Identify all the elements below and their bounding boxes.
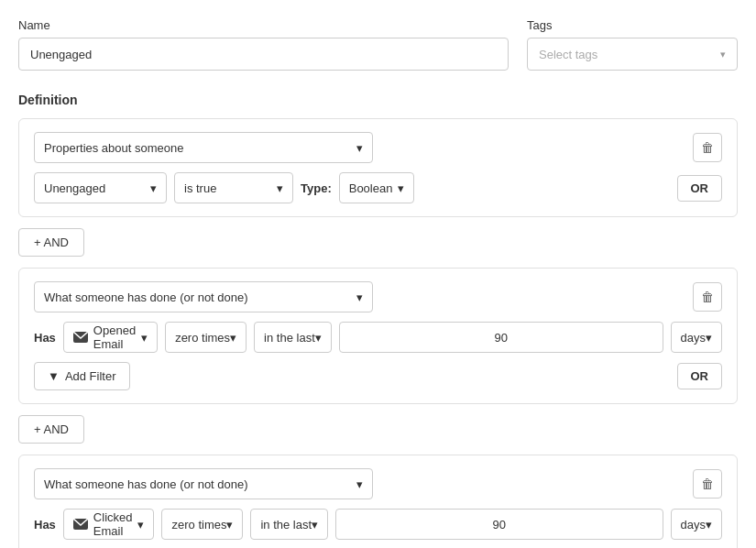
property-name-value: Unengaged	[44, 181, 105, 195]
action-type-value-2: What someone has done (or not done)	[44, 290, 248, 304]
trash-icon-3: 🗑	[701, 477, 714, 491]
definition-block-1: Properties about someone ▾ 🗑 Unengaged ▾…	[18, 118, 738, 217]
filter-icon-2: ▼	[48, 369, 60, 383]
definition-block-3: What someone has done (or not done) ▾ 🗑 …	[18, 455, 738, 548]
frequency-value-2: zero times	[175, 331, 230, 345]
frequency-select-2[interactable]: zero times ▾	[165, 322, 247, 353]
frequency-value-3: zero times	[171, 518, 226, 532]
has-label-3: Has	[34, 518, 56, 532]
boolean-value: Boolean	[349, 181, 393, 195]
action-type-select-3[interactable]: What someone has done (or not done) ▾	[34, 468, 373, 499]
email-icon-3	[73, 519, 88, 530]
period-select-3[interactable]: in the last ▾	[250, 509, 328, 540]
days-unit-value-2: days	[681, 331, 706, 345]
property-name-select[interactable]: Unengaged ▾	[34, 172, 167, 203]
properties-type-select[interactable]: Properties about someone ▾	[34, 132, 373, 163]
period-select-2[interactable]: in the last ▾	[254, 322, 332, 353]
period-value-3: in the last	[260, 518, 312, 532]
and2-label: + AND	[34, 422, 69, 436]
name-field-group: Name	[18, 18, 509, 71]
name-input[interactable]	[18, 38, 509, 71]
block1-delete-button[interactable]: 🗑	[693, 133, 722, 162]
name-label: Name	[18, 18, 509, 32]
properties-type-value: Properties about someone	[44, 141, 183, 155]
condition-chevron-icon: ▾	[277, 181, 283, 195]
email-icon-2	[73, 332, 88, 343]
add-filter-label-2: Add Filter	[65, 369, 116, 383]
action-type-chevron-icon-2: ▾	[356, 290, 363, 304]
tags-label: Tags	[527, 18, 738, 32]
tags-chevron-icon: ▾	[720, 49, 726, 60]
period-chevron-icon-2: ▾	[315, 331, 322, 345]
tags-select[interactable]: Select tags ▾	[527, 38, 738, 71]
condition-value: is true	[184, 181, 216, 195]
action-type-chevron-icon-3: ▾	[356, 477, 363, 491]
email-action-select-2[interactable]: Opened Email ▾	[63, 322, 158, 353]
property-name-chevron-icon: ▾	[150, 181, 157, 195]
block2-or-button[interactable]: OR	[677, 363, 723, 389]
block2-delete-button[interactable]: 🗑	[693, 282, 722, 312]
action-type-select-2[interactable]: What someone has done (or not done) ▾	[34, 281, 373, 312]
definition-label: Definition	[18, 93, 738, 107]
action-type-value-3: What someone has done (or not done)	[44, 477, 248, 491]
days-unit-chevron-icon-3: ▾	[706, 518, 712, 532]
block1-or-button[interactable]: OR	[677, 175, 723, 202]
trash-icon: 🗑	[701, 140, 714, 155]
and1-label: + AND	[34, 236, 69, 249]
condition-select[interactable]: is true ▾	[174, 172, 293, 203]
days-input-2[interactable]	[339, 322, 663, 353]
email-action-select-3[interactable]: Clicked Email ▾	[63, 509, 155, 540]
days-input-3[interactable]	[335, 509, 663, 540]
type-label: Type:	[301, 181, 332, 195]
add-filter-button-2[interactable]: ▼ Add Filter	[34, 362, 130, 390]
email-action-value-2: Opened Email	[93, 323, 136, 351]
trash-icon-2: 🗑	[701, 290, 714, 304]
and-button-1[interactable]: + AND	[18, 228, 84, 257]
email-action-chevron-icon-2: ▾	[141, 331, 148, 345]
days-unit-select-3[interactable]: days ▾	[671, 509, 722, 540]
days-unit-value-3: days	[681, 518, 706, 532]
tags-field-group: Tags Select tags ▾	[527, 18, 738, 71]
properties-type-chevron-icon: ▾	[356, 141, 363, 155]
and-button-2[interactable]: + AND	[18, 415, 84, 444]
email-action-chevron-icon-3: ▾	[137, 518, 144, 532]
period-chevron-icon-3: ▾	[312, 518, 318, 532]
frequency-chevron-icon-3: ▾	[226, 518, 233, 532]
boolean-chevron-icon: ▾	[398, 181, 404, 195]
definition-section: Definition Properties about someone ▾ 🗑 …	[18, 93, 738, 548]
boolean-select[interactable]: Boolean ▾	[339, 172, 415, 203]
definition-block-2: What someone has done (or not done) ▾ 🗑 …	[18, 268, 738, 404]
has-label-2: Has	[34, 331, 56, 345]
frequency-select-3[interactable]: zero times ▾	[161, 509, 243, 540]
days-unit-select-2[interactable]: days ▾	[671, 322, 722, 353]
period-value-2: in the last	[264, 331, 315, 345]
tags-placeholder: Select tags	[539, 48, 597, 61]
days-unit-chevron-icon-2: ▾	[706, 331, 712, 345]
email-action-value-3: Clicked Email	[93, 510, 133, 538]
frequency-chevron-icon-2: ▾	[230, 331, 236, 345]
block3-delete-button[interactable]: 🗑	[693, 469, 722, 499]
